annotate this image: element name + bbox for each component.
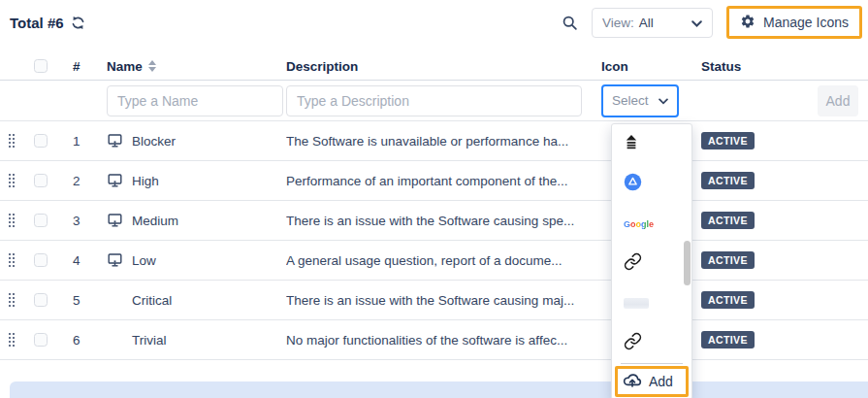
pagination-bar [10, 381, 868, 398]
table-row: 3 Medium There is an issue with the Soft… [0, 201, 868, 241]
sort-icon[interactable] [148, 60, 156, 72]
link-icon [624, 332, 642, 354]
icon-select[interactable]: Select [601, 84, 679, 117]
table-header-row: # Name Description Icon Status [0, 52, 868, 81]
toolbar: Total #6 View: All [0, 0, 868, 41]
status-badge: ACTIVE [701, 291, 755, 309]
row-checkbox[interactable] [34, 174, 48, 187]
monitor-icon [107, 133, 132, 149]
row-number: 6 [60, 333, 107, 348]
drag-handle-icon[interactable] [9, 174, 11, 176]
refresh-icon[interactable] [71, 16, 85, 30]
row-name: High [132, 174, 159, 188]
manage-icons-button[interactable]: Manage Icons [726, 6, 862, 39]
row-description: There is an issue with the Software caus… [286, 293, 601, 308]
dropdown-scrollbar[interactable] [684, 241, 691, 285]
table-row: 4 Low A general usage question, report o… [0, 241, 868, 281]
faded-image [624, 298, 649, 309]
row-checkbox[interactable] [34, 214, 48, 227]
status-badge: ACTIVE [701, 172, 755, 189]
row-description: The Software is unavailable or performan… [286, 134, 601, 149]
monitor-icon [107, 213, 132, 228]
row-name: Trivial [132, 333, 167, 348]
icon-option-google-logo[interactable]: Google [612, 204, 691, 244]
gear-icon [740, 14, 755, 32]
toolbar-right: View: All Manage Icons [562, 6, 862, 39]
row-name: Medium [132, 214, 178, 228]
row-checkbox[interactable] [34, 134, 48, 148]
link-icon [624, 252, 642, 275]
icon-option-drive-circle[interactable] [612, 164, 691, 204]
search-icon[interactable] [562, 15, 578, 31]
monitor-icon [107, 173, 132, 188]
status-badge: ACTIVE [701, 132, 755, 149]
column-header-icon: Icon [601, 59, 701, 74]
name-filter-input[interactable] [107, 85, 283, 116]
row-checkbox[interactable] [34, 333, 48, 347]
table-row: 5 Critical There is an issue with the So… [0, 281, 868, 320]
table-filter-row: Select Add [0, 81, 868, 121]
icon-select-value: Select [612, 93, 649, 108]
drag-handle-icon[interactable] [9, 134, 11, 136]
icon-manager-page: Total #6 View: All [0, 0, 868, 398]
row-name: Critical [132, 293, 172, 308]
drive-circle-icon [624, 173, 642, 195]
row-number: 4 [60, 253, 107, 268]
view-filter-label: View: [602, 16, 634, 30]
chevron-down-icon [659, 93, 668, 108]
icon-option-faded-image[interactable] [612, 283, 691, 323]
column-header-name[interactable]: Name [107, 59, 143, 74]
view-filter-value: All [639, 16, 654, 30]
column-header-num: # [60, 59, 107, 74]
drag-handle-icon[interactable] [9, 253, 11, 255]
row-number: 3 [60, 214, 107, 228]
row-description: There is an issue with the Software caus… [286, 214, 601, 228]
status-badge: ACTIVE [701, 251, 755, 269]
dropdown-add-label: Add [649, 374, 673, 389]
drag-handle-icon[interactable] [9, 214, 11, 216]
total-count: Total #6 [10, 15, 85, 31]
select-all-checkbox[interactable] [34, 59, 48, 73]
icon-option-upload-arrow[interactable] [612, 124, 691, 164]
table-row: 6 Trivial No major functionalities of th… [0, 320, 868, 360]
add-row-button[interactable]: Add [818, 85, 858, 116]
row-number: 1 [60, 134, 107, 149]
table-row: 2 High Performance of an important compo… [0, 161, 868, 201]
row-name: Blocker [132, 134, 176, 149]
manage-icons-label: Manage Icons [763, 15, 849, 30]
status-badge: ACTIVE [701, 331, 755, 348]
chevron-down-icon [691, 16, 702, 30]
description-filter-input[interactable] [286, 85, 582, 116]
total-count-label: Total #6 [10, 15, 64, 31]
row-checkbox[interactable] [34, 293, 48, 307]
icon-option-link[interactable] [612, 244, 691, 283]
google-logo: Google [624, 219, 654, 229]
row-number: 5 [60, 293, 107, 308]
icon-select-dropdown: Google Add [611, 123, 692, 398]
upload-arrow-icon [624, 134, 639, 154]
column-header-description: Description [286, 59, 601, 74]
cloud-upload-icon [622, 370, 643, 393]
dropdown-divider [621, 363, 683, 364]
drag-handle-icon[interactable] [9, 293, 11, 295]
monitor-icon [107, 252, 132, 268]
dropdown-add-option[interactable]: Add [615, 366, 689, 397]
status-badge: ACTIVE [701, 212, 755, 229]
row-description: No major functionalities of the software… [286, 333, 601, 348]
row-description: Performance of an important component of… [286, 174, 601, 188]
row-checkbox[interactable] [34, 253, 48, 267]
view-filter-select[interactable]: View: All [592, 8, 713, 38]
row-number: 2 [60, 174, 107, 188]
row-description: A general usage question, report of a do… [286, 253, 601, 268]
row-name: Low [132, 253, 156, 268]
icon-option-link[interactable] [612, 323, 691, 363]
drag-handle-icon[interactable] [9, 333, 11, 335]
table-row: 1 Blocker The Software is unavailable or… [0, 121, 868, 161]
column-header-status: Status [701, 59, 868, 74]
